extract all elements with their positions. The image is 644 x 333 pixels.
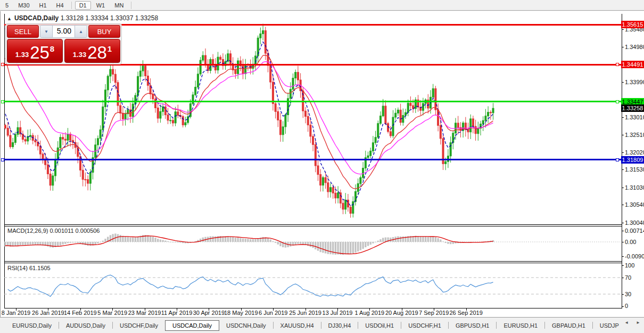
x-axis-tick [466, 308, 467, 311]
x-axis-tick [177, 308, 177, 311]
chart-symbol: USDCAD,Daily [14, 14, 59, 22]
y-axis-label: 1.33990 [625, 79, 644, 85]
y-axis-label: 1.30540 [625, 201, 644, 208]
tab-eurusd-daily[interactable]: EURUSD,Daily [5, 321, 59, 330]
one-click-trading-panel: SELL ▼ 5.00 ▲ BUY 1.33258 1.33281 [5, 23, 122, 64]
sell-price-big: 25 [30, 45, 49, 61]
timeframe-button-h1[interactable]: H1 [35, 1, 51, 10]
timeframe-button-d1[interactable]: D1 [75, 1, 91, 10]
y-axis-tick [622, 223, 624, 223]
y-axis-tick [622, 29, 624, 30]
toolbar-separator [131, 2, 131, 9]
tab-scroll-left-icon[interactable]: ◄ [623, 319, 630, 326]
rsi-axis-label: 0 [625, 303, 628, 309]
rsi-axis-tick [622, 265, 624, 266]
macd-values: 0.001011 0.000506 [49, 228, 100, 234]
tab-gbpaud-h1[interactable]: GBPAUD,H1 [545, 321, 592, 330]
rsi-value: 61.1505 [29, 265, 51, 271]
rsi-label: RSI(14) 61.1505 [7, 265, 51, 271]
y-axis-tick [622, 82, 624, 83]
volume-input[interactable]: 5.00 [52, 26, 75, 37]
timeframe-button-h4[interactable]: H4 [52, 1, 68, 10]
volume-increase-icon[interactable]: ▲ [75, 26, 87, 37]
macd-axis-tick [622, 231, 624, 231]
y-axis-label: 1.34980 [625, 44, 644, 50]
macd-axis-tick [622, 242, 624, 242]
tab-usdcad-daily[interactable]: USDCAD,Daily [165, 320, 219, 331]
buy-price-button[interactable]: 1.33281 [64, 39, 120, 63]
y-axis-tick [622, 135, 624, 135]
hline-anchor[interactable] [616, 158, 619, 161]
chart-collapse-icon[interactable]: ▲ [7, 16, 12, 21]
toolbar-separator [71, 2, 72, 9]
tab-usdchf-daily[interactable]: USDCHF,Daily [113, 321, 165, 330]
rsi-line [8, 275, 493, 296]
timeframe-button-mn[interactable]: MN [110, 1, 128, 10]
tab-usdoil-h1[interactable]: USDOil,H1 [358, 321, 401, 330]
y-axis-label: 1.31030 [625, 184, 644, 191]
rsi-axis-label: 30 [625, 291, 631, 297]
chart-tabs-bar: EURUSD,DailyAUDUSD,DailyUSDCHF,DailyUSDC… [0, 317, 644, 333]
rsi-axis-tick [622, 306, 624, 307]
x-axis-tick [145, 308, 145, 311]
macd-label: MACD(12,26,9) 0.001011 0.000506 [7, 228, 100, 234]
moving-average-1 [5, 55, 493, 189]
x-axis-tick [337, 308, 338, 311]
timeframe-button-m30[interactable]: M30 [14, 1, 34, 10]
tab-usdjp[interactable]: USDJP [593, 321, 626, 330]
tab-gbpusd-h1[interactable]: GBPUSD,H1 [449, 321, 497, 330]
hline-anchor[interactable] [1, 158, 4, 161]
hline-anchor[interactable] [1, 63, 4, 66]
hline-1.33447[interactable] [4, 101, 622, 102]
buy-button[interactable]: BUY [88, 25, 120, 38]
macd-title: MACD(12,26,9) [7, 228, 48, 234]
y-axis-tick [622, 205, 624, 205]
tab-xauusd-h4[interactable]: XAUUSD,H4 [274, 321, 321, 330]
tab-usdcnh-daily[interactable]: USDCNH,Daily [219, 321, 273, 330]
x-axis-tick [48, 308, 48, 311]
x-axis-tick [241, 308, 242, 311]
rsi-axis-tick [622, 294, 624, 295]
hline-anchor[interactable] [1, 100, 4, 103]
hline-anchor[interactable] [616, 63, 619, 66]
rsi-panel-canvas[interactable] [4, 263, 622, 308]
hline-1.31809[interactable] [4, 159, 622, 160]
sell-button[interactable]: SELL [7, 25, 39, 38]
x-axis-tick [273, 308, 274, 311]
macd-axis-label: 0.00714 [625, 228, 644, 234]
tab-scroll-arrows: ◄ ► [623, 319, 642, 326]
timeframe-button-5[interactable]: 5 [1, 1, 13, 10]
tab-usdchf-h1[interactable]: USDCHF,H1 [401, 321, 448, 330]
tab-eurusd-h1[interactable]: EURUSD,H1 [497, 321, 544, 330]
sell-price-button[interactable]: 1.33258 [7, 39, 63, 63]
sell-price-sup: 8 [50, 44, 54, 53]
tab-audusd-daily[interactable]: AUDUSD,Daily [59, 321, 112, 330]
x-axis-tick [16, 308, 16, 311]
rsi-axis-tick [622, 278, 624, 278]
price-badge-1.35615: 1.35615 [621, 21, 644, 28]
x-axis-tick [306, 308, 306, 311]
hline-anchor[interactable] [616, 100, 619, 103]
y-axis-tick [622, 47, 624, 47]
macd-axis-label: 0.00 [625, 239, 636, 245]
x-axis-tick [434, 308, 434, 311]
sell-price-prefix: 1.33 [15, 51, 29, 59]
y-axis-tick [622, 117, 624, 118]
x-axis-tick [112, 308, 113, 311]
y-axis-tick [622, 169, 624, 170]
macd-axis-tick [622, 256, 624, 257]
y-axis-tick [622, 188, 624, 188]
x-axis-tick [402, 308, 402, 311]
tab-scroll-right-icon[interactable]: ► [634, 319, 642, 326]
buy-price-prefix: 1.33 [73, 51, 86, 59]
volume-decrease-icon[interactable]: ▼ [40, 26, 52, 37]
y-axis-label: 1.32510 [625, 132, 644, 138]
y-axis-label: 1.31530 [625, 166, 644, 173]
rsi-panel-bottom-border [4, 308, 622, 308]
macd-axis-label: -0.009015 [625, 253, 644, 259]
chart-title: ▲USDCAD,Daily 1.33128 1.33334 1.33037 1.… [7, 14, 158, 22]
buy-price-sup: 1 [108, 44, 112, 53]
y-axis-label: 1.33010 [625, 114, 644, 120]
tab-dj30-h4[interactable]: DJ30,H4 [321, 321, 358, 330]
timeframe-button-w1[interactable]: W1 [92, 1, 110, 10]
